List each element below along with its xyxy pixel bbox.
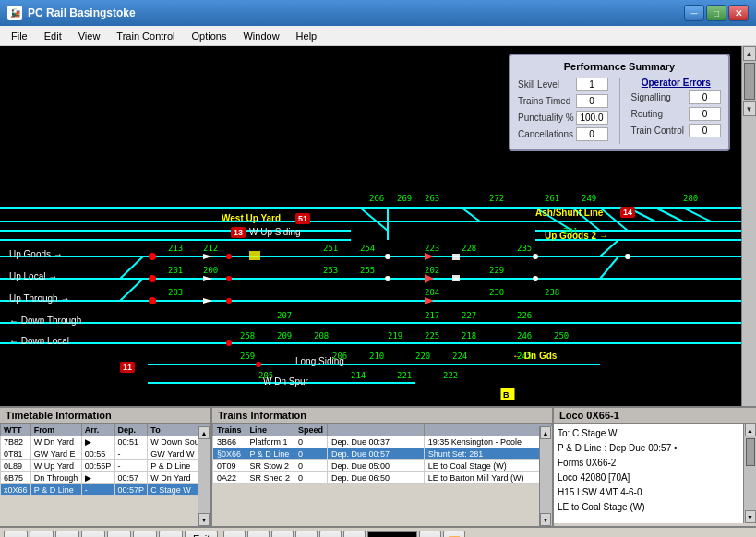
- menu-train-control[interactable]: Train Control: [109, 29, 182, 43]
- trains-cell-line: Platform 1: [246, 436, 294, 448]
- menu-edit[interactable]: Edit: [37, 29, 69, 43]
- table-row[interactable]: §0X66 P & D Line 0 Dep. Due 00:57 Shunt …: [213, 448, 552, 460]
- svg-point-18: [149, 297, 156, 304]
- trains-cell-speed: 0: [294, 436, 328, 448]
- table-row[interactable]: 0L89 W Up Yard 00:55P - P & D Line: [1, 460, 210, 472]
- toolbar-btn-4[interactable]: 🔍: [107, 531, 131, 537]
- minimize-button[interactable]: ─: [684, 5, 704, 21]
- prev-button[interactable]: ◀: [247, 531, 270, 537]
- train-control-value: 0: [689, 124, 721, 137]
- trains-col-trains: Trains: [213, 424, 246, 436]
- table-row[interactable]: 0A22 SR Shed 2 0 Dep. Due 06:50 LE to Ba…: [213, 472, 552, 484]
- svg-text:249: 249: [582, 194, 596, 203]
- loco-scrollbar: ▲ ▼: [743, 424, 756, 523]
- scroll-down-arrow[interactable]: ▼: [743, 101, 756, 116]
- svg-point-87: [226, 276, 232, 281]
- bottom-area: Timetable Information WTT From Arr. Dep.…: [0, 406, 756, 537]
- trains-scroll-up[interactable]: ▲: [540, 426, 551, 439]
- loco-scroll-up[interactable]: ▲: [745, 424, 756, 436]
- loco-scroll-down[interactable]: ▼: [745, 510, 756, 523]
- menu-help[interactable]: Help: [289, 29, 325, 43]
- tt-cell-from: P & D Line: [30, 484, 81, 496]
- routing-row: Routing 0: [631, 107, 722, 121]
- loco-line: Forms 0X66-2: [558, 456, 739, 471]
- cancellations-label: Cancellations: [518, 129, 573, 139]
- tt-cell-from: W Up Yard: [30, 460, 81, 472]
- cancellations-value: 0: [576, 127, 608, 141]
- perf-left-col: Skill Level 1 Trains Timed 0 Punctuality…: [518, 78, 608, 144]
- app-icon: 🚂: [7, 6, 22, 20]
- skip-end-button[interactable]: ⏭: [295, 531, 318, 537]
- play-button[interactable]: ▶: [271, 531, 294, 537]
- time-display: 00:18: [367, 531, 417, 537]
- menu-options[interactable]: Options: [185, 29, 234, 43]
- tt-scroll-up[interactable]: ▲: [198, 426, 210, 439]
- svg-text:217: 217: [425, 311, 439, 320]
- trains-scroll-down[interactable]: ▼: [540, 513, 551, 526]
- table-row[interactable]: 0T09 SR Stow 2 0 Dep. Due 05:00 LE to Co…: [213, 460, 552, 472]
- maximize-button[interactable]: □: [706, 5, 726, 21]
- toolbar-btn-0[interactable]: ⚙: [4, 531, 28, 537]
- svg-text:259: 259: [240, 352, 255, 361]
- toolbar-btn-5[interactable]: 📋: [133, 531, 157, 537]
- trains-panel-title: Trains Information: [212, 408, 552, 424]
- toolbar-btn-3[interactable]: 💾: [81, 531, 105, 537]
- menu-file[interactable]: File: [4, 29, 35, 43]
- trains-cell-line: SR Shed 2: [246, 472, 294, 484]
- end-button[interactable]: ⏩: [443, 531, 465, 537]
- loco-line: LE to Coal Stage (W): [558, 500, 739, 515]
- tt-scrollbar: ▲ ▼: [198, 426, 210, 526]
- tt-cell-arr: ▶: [81, 436, 114, 448]
- exit-button[interactable]: Exit: [185, 531, 218, 537]
- trains-cell-detail: LE to Barton Mill Yard (W): [424, 472, 551, 484]
- svg-text:202: 202: [425, 266, 439, 275]
- forward-button[interactable]: ▶: [419, 531, 441, 537]
- tt-col-wtt: WTT: [1, 424, 31, 436]
- menu-window[interactable]: Window: [235, 29, 286, 43]
- operator-errors-header[interactable]: Operator Errors: [631, 78, 722, 88]
- svg-text:250: 250: [554, 331, 569, 340]
- loco-scroll-thumb[interactable]: [746, 438, 755, 466]
- svg-text:219: 219: [388, 331, 402, 340]
- toolbar-btn-2[interactable]: 🔧: [55, 531, 79, 537]
- trains-cell-info: Dep. Due 05:00: [328, 460, 425, 472]
- trains-cell-detail: Shunt Set: 281: [424, 448, 551, 460]
- trains-col-speed: Speed: [294, 424, 328, 436]
- scroll-thumb[interactable]: [744, 63, 755, 100]
- scroll-up-arrow[interactable]: ▲: [743, 46, 756, 61]
- table-row[interactable]: x0X66 P & D Line - 00:57P C Stage W: [1, 484, 210, 496]
- table-row[interactable]: 6B75 Dn Through ▶ 00:57 W Dn Yard: [1, 472, 210, 484]
- trains-panel: Trains Information Trains Line Speed: [212, 408, 554, 526]
- tt-cell-arr: ▶: [81, 472, 114, 484]
- trains-body: 3B66 Platform 1 0 Dep. Due 00:37 19:35 K…: [213, 436, 552, 484]
- ash-shunt-label: Ash/Shunt Line: [535, 208, 603, 218]
- toolbar-btn-1[interactable]: 📄: [30, 531, 54, 537]
- trains-cell-train: §0X66: [213, 448, 246, 460]
- menu-view[interactable]: View: [71, 29, 108, 43]
- trains-cell-info: Dep. Due 00:37: [328, 436, 425, 448]
- timetable-panel: Timetable Information WTT From Arr. Dep.…: [0, 408, 212, 526]
- up-goods-label: Up Goods →: [9, 249, 63, 259]
- west-up-yard-label: West Up Yard: [222, 213, 281, 223]
- loco-line: H15 LSW 4MT 4-6-0: [558, 485, 739, 500]
- tt-cell-arr: 00:55: [81, 448, 114, 460]
- trains-timed-row: Trains Timed 0: [518, 94, 608, 108]
- up-local-label: Up Local →: [9, 271, 57, 281]
- next-step-button[interactable]: ⏭: [343, 531, 366, 537]
- svg-text:204: 204: [425, 288, 439, 297]
- close-button[interactable]: ✕: [728, 5, 749, 21]
- tt-cell-from: Dn Through: [30, 472, 81, 484]
- trains-cell-line: P & D Line: [246, 448, 294, 460]
- toolbar-btn-6[interactable]: ❓: [159, 531, 183, 537]
- down-through-label: ← Down Through: [9, 316, 81, 326]
- cancellations-row: Cancellations 0: [518, 127, 608, 141]
- skip-start-button[interactable]: ⏮: [223, 531, 246, 537]
- svg-rect-91: [452, 275, 460, 281]
- tt-scroll-down[interactable]: ▼: [198, 513, 210, 526]
- table-row[interactable]: 0T81 GW Yard E 00:55 - GW Yard W: [1, 448, 210, 460]
- loco-line: To: C Stage W: [558, 426, 739, 441]
- fast-fwd-button[interactable]: ▶▶: [319, 531, 342, 537]
- svg-text:246: 246: [517, 331, 532, 340]
- table-row[interactable]: 7B82 W Dn Yard ▶ 00:51 W Down South: [1, 436, 210, 448]
- table-row[interactable]: 3B66 Platform 1 0 Dep. Due 00:37 19:35 K…: [213, 436, 552, 448]
